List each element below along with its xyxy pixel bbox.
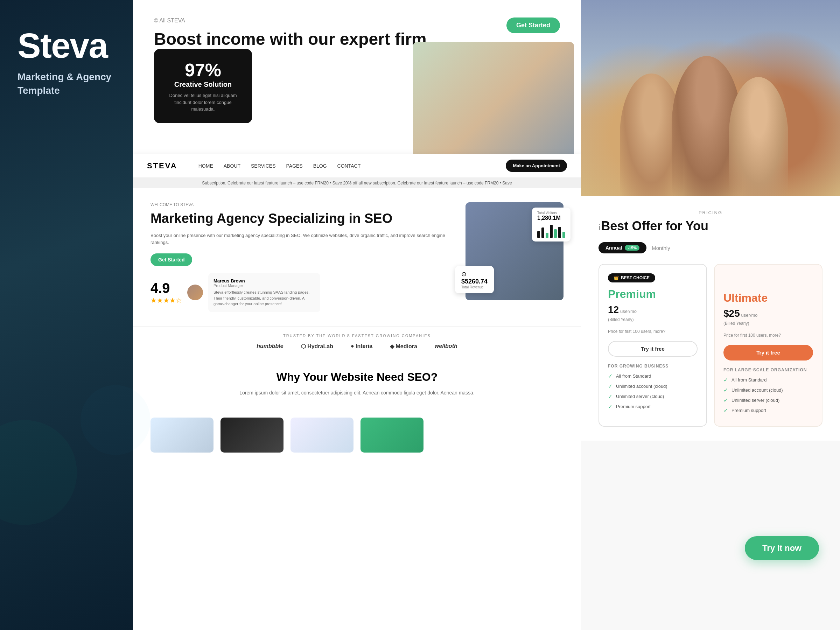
mockup-logo: STEVA (147, 161, 177, 171)
ultimate-price: $25 user/mo (723, 308, 813, 319)
nav-home[interactable]: HOME (199, 163, 213, 169)
stats-card: 97% Creative Solution Donec vel tellus e… (154, 49, 252, 123)
deco-circle-1 (0, 420, 77, 525)
try-now-area: Try It now (745, 536, 819, 560)
finance-card: ⊙ $5260.74 Total Revenue (455, 266, 494, 293)
deco-circle-2 (81, 385, 150, 455)
ultimate-price-unit: user/mo (741, 313, 758, 318)
bar-2 (542, 227, 544, 238)
pricing-section: PRICING iBest Offer for You Annual -15% … (581, 196, 840, 441)
nav-cta[interactable]: Make an Appointment (506, 159, 567, 172)
finance-label: Total Revenue (461, 285, 488, 289)
logo-text: Steva (17, 28, 115, 63)
check-icon-3: ✓ (608, 393, 613, 400)
mockup-hero-text: WELCOME TO STEVA Marketing Agency Specia… (150, 202, 452, 312)
bar-3 (546, 233, 548, 238)
premium-feature-1: ✓ All from Standard (608, 373, 698, 379)
stats-label: Creative Solution (163, 81, 243, 88)
annual-label: Annual (605, 245, 622, 251)
mockup-hero: WELCOME TO STEVA Marketing Agency Specia… (133, 188, 581, 326)
reviewer-title: Product Manager (213, 284, 315, 288)
welcome-label: WELCOME TO STEVA (150, 202, 452, 207)
annual-toggle[interactable]: Annual -15% (598, 242, 646, 253)
why-seo-section: Why Your Website Need SEO? Lorem ipsum d… (133, 357, 581, 411)
check-icon-1: ✓ (608, 373, 613, 379)
rating-number: 4.9 ★★★★☆ (150, 280, 182, 305)
nav-blog[interactable]: BLOG (313, 163, 327, 169)
nav-contact[interactable]: CONTACT (337, 163, 361, 169)
trusted-label: TRUSTED BY THE WORLD'S FASTEST GROWING C… (150, 333, 564, 338)
brand-mediora: ◆ Mediora (390, 343, 417, 350)
analytics-value: 1,280.1M (537, 215, 565, 221)
nav-about[interactable]: ABOUT (224, 163, 240, 169)
nav-links: HOME ABOUT SERVICES PAGES BLOG CONTACT (199, 163, 506, 169)
get-started-button[interactable]: Get Started (507, 17, 560, 33)
ultimate-billing-note: (Billed Yearly) (723, 321, 813, 326)
nav-services[interactable]: SERVICES (251, 163, 276, 169)
premium-feature-3: ✓ Unlimited server (cloud) (608, 393, 698, 400)
finance-icon: ⊙ (461, 270, 488, 278)
premium-try-button[interactable]: Try it free (608, 341, 698, 357)
bottom-card-2 (221, 418, 284, 453)
why-seo-description: Lorem ipsum dolor sit amet, consectetuer… (150, 389, 564, 396)
finance-amount: $5260.74 (461, 278, 488, 285)
right-top-image (581, 0, 840, 196)
hero-cta-button[interactable]: Get Started (150, 253, 192, 266)
try-now-button[interactable]: Try It now (745, 536, 819, 560)
ultimate-try-button[interactable]: Try it free (723, 345, 813, 360)
hero-description: Boost your online presence with our mark… (150, 232, 452, 247)
check-icon-5: ✓ (723, 377, 728, 383)
brand-logos: humbbble ⬡ HydraLab ● Interia ◆ Mediora … (150, 343, 564, 350)
spacer (723, 273, 813, 292)
ultimate-feature-2: ✓ Unlimited account (cloud) (723, 387, 813, 393)
monthly-toggle[interactable]: Monthly (652, 245, 670, 251)
ultimate-plan-name: Ultimate (723, 292, 813, 305)
ultimate-price-detail: Price for first 100 users, more? (723, 333, 813, 338)
brand-humbbble: humbbble (257, 343, 283, 349)
check-icon-7: ✓ (723, 397, 728, 404)
bar-5 (554, 229, 557, 238)
bar-6 (558, 227, 561, 238)
logo-area: Steva Marketing & Agency Template (0, 0, 133, 108)
brand-hydralab: ⬡ HydraLab (301, 343, 333, 350)
check-icon-8: ✓ (723, 407, 728, 414)
ultimate-feature-4: ✓ Premium support (723, 407, 813, 414)
billing-toggle: Annual -15% Monthly (598, 242, 823, 253)
bottom-card-3 (291, 418, 354, 453)
ultimate-for-label: FOR LARGE-SCALE ORGANIZATION (723, 368, 813, 373)
premium-feature-list: ✓ All from Standard ✓ Unlimited account … (608, 373, 698, 410)
premium-feature-4: ✓ Premium support (608, 403, 698, 410)
person-3 (729, 77, 788, 196)
analytics-card: Total Visitors 1,280.1M (532, 208, 570, 242)
premium-feature-2: ✓ Unlimited account (cloud) (608, 383, 698, 390)
premium-price-detail: Price for first 100 users, more? (608, 329, 698, 334)
ultimate-card: Ultimate $25 user/mo (Billed Yearly) Pri… (714, 264, 823, 427)
website-mockup: STEVA HOME ABOUT SERVICES PAGES BLOG CON… (133, 154, 581, 630)
main-content: © All STEVA Boost income with our expert… (133, 0, 840, 630)
tagline: Marketing & Agency Template (17, 70, 115, 97)
ultimate-feature-1: ✓ All from Standard (723, 377, 813, 383)
brand-interia: ● Interia (351, 343, 373, 349)
check-icon-6: ✓ (723, 387, 728, 393)
mockup-nav: STEVA HOME ABOUT SERVICES PAGES BLOG CON… (133, 154, 581, 178)
pricing-cards: 👑 BEST CHOICE Premium 12 user/mo (Billed… (598, 264, 823, 427)
right-panel: PRICING iBest Offer for You Annual -15% … (581, 0, 840, 630)
premium-price: 12 user/mo (608, 304, 698, 315)
reviewer-avatar (187, 284, 203, 300)
bottom-card-4 (360, 418, 423, 453)
check-icon-4: ✓ (608, 403, 613, 410)
left-panel: Steva Marketing & Agency Template (0, 0, 133, 630)
bar-7 (562, 232, 565, 238)
nav-pages[interactable]: PAGES (286, 163, 303, 169)
ultimate-feature-list: ✓ All from Standard ✓ Unlimited account … (723, 377, 813, 414)
analytics-title: Total Visitors (537, 211, 565, 215)
rating-area: 4.9 ★★★★☆ Marcus Brown Product Manager S… (150, 273, 452, 312)
discount-badge: -15% (625, 245, 639, 251)
brand-wellboth: wellboth (435, 343, 458, 349)
reviewer-card: Marcus Brown Product Manager Steva effor… (208, 273, 320, 312)
why-seo-title: Why Your Website Need SEO? (150, 371, 564, 384)
premium-price-unit: user/mo (620, 309, 637, 314)
stars: ★★★★☆ (150, 296, 182, 305)
bar-1 (537, 231, 540, 238)
premium-billing-note: (Billed Yearly) (608, 317, 698, 322)
